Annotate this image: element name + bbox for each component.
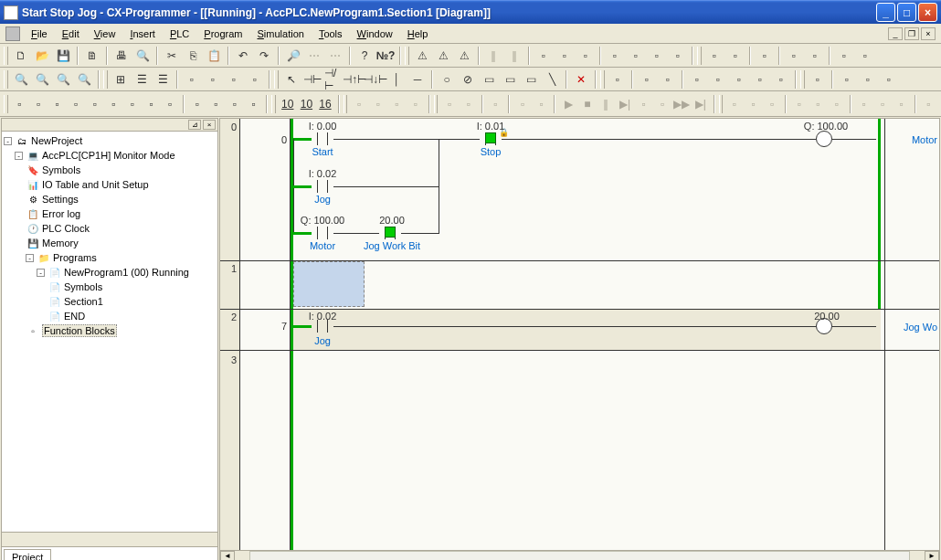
menu-insert[interactable]: Insert (122, 26, 163, 41)
tree-item[interactable]: Error log (42, 208, 80, 219)
tree-toggle[interactable]: - (4, 137, 12, 145)
cut-button[interactable]: ✂ (162, 46, 182, 66)
tree-toggle[interactable]: - (37, 269, 45, 277)
tb3-d[interactable]: ▫ (67, 94, 85, 114)
grid-button[interactable]: ⊞ (111, 69, 131, 90)
tree-toggle[interactable]: - (26, 254, 34, 262)
tree-root[interactable]: NewProject (31, 135, 82, 146)
warning2-button[interactable]: ⚠ (433, 46, 453, 66)
tb3-ae[interactable]: ▫ (855, 94, 873, 114)
zoom-in-button[interactable]: 🔍 (32, 69, 52, 90)
ff-button[interactable]: ▶▶ (672, 94, 691, 114)
compare-button[interactable]: 🗎 (82, 46, 102, 66)
tree-close-button[interactable]: × (203, 120, 216, 130)
menu-plc[interactable]: PLC (163, 26, 196, 41)
pause-button[interactable]: ‖ (597, 94, 616, 114)
menu-file[interactable]: File (24, 26, 55, 41)
tb3-ab[interactable]: ▫ (790, 94, 809, 114)
coil-motor[interactable] (816, 131, 832, 147)
tb1-c[interactable]: ▫ (576, 46, 596, 66)
tb3-o[interactable]: ▫ (369, 94, 387, 114)
tb1-l[interactable]: ▫ (805, 46, 825, 66)
list2-button[interactable]: ☰ (153, 69, 173, 90)
tb2-l[interactable]: ▫ (771, 69, 791, 90)
maximize-button[interactable]: □ (897, 3, 916, 22)
cursor-button[interactable]: ↖ (281, 69, 301, 90)
tb1-n[interactable]: ▫ (855, 46, 875, 66)
menu-edit[interactable]: Edit (55, 26, 87, 41)
tb3-s[interactable]: ▫ (460, 94, 478, 114)
help-button[interactable]: №? (375, 46, 396, 66)
contact-n-button[interactable]: ⊣↓⊢ (365, 69, 386, 90)
delete-button[interactable]: ✕ (571, 69, 591, 90)
zoom-out-button[interactable]: 🔍 (11, 69, 31, 90)
pause2-button[interactable]: ‖ (504, 46, 524, 66)
tb1-b[interactable]: ▫ (555, 46, 575, 66)
radix-10[interactable]: 10 (279, 94, 297, 114)
mdi-close-button[interactable]: × (921, 27, 936, 40)
horz-line-button[interactable]: ─ (407, 69, 428, 90)
tb3-j[interactable]: ▫ (188, 94, 206, 114)
list1-button[interactable]: ☰ (132, 69, 152, 90)
tb1-i[interactable]: ▫ (725, 46, 745, 66)
menu-tools[interactable]: Tools (312, 26, 350, 41)
warning1-button[interactable]: ⚠ (412, 46, 432, 66)
tb3-g[interactable]: ▫ (123, 94, 142, 114)
radix-16[interactable]: 16 (316, 94, 334, 114)
tree-program[interactable]: NewProgram1 (00) Running (64, 267, 189, 278)
tb3-l[interactable]: ▫ (226, 94, 244, 114)
tb3-v[interactable]: ▫ (533, 94, 551, 114)
tb2-b[interactable]: ▫ (203, 69, 223, 90)
tb2-p[interactable]: ▫ (879, 69, 899, 90)
tb3-n[interactable]: ▫ (350, 94, 368, 114)
tb3-y[interactable]: ▫ (725, 94, 744, 114)
tb3-m[interactable]: ▫ (245, 94, 263, 114)
paste-button[interactable]: 📋 (204, 46, 224, 66)
tree-item[interactable]: Programs (53, 252, 97, 263)
tb3-ah[interactable]: ▫ (920, 94, 938, 114)
tb2-e[interactable]: ▫ (608, 69, 628, 90)
tb2-c[interactable]: ▫ (224, 69, 244, 90)
tb3-af[interactable]: ▫ (873, 94, 892, 114)
func3-button[interactable]: ▭ (521, 69, 541, 90)
tb3-z[interactable]: ▫ (745, 94, 763, 114)
tree-function-blocks[interactable]: Function Blocks (42, 324, 117, 337)
play-button[interactable]: ▶ (559, 94, 577, 114)
zoom-fit-button[interactable]: 🔍 (53, 69, 73, 90)
tb2-f[interactable]: ▫ (637, 69, 657, 90)
tb2-k[interactable]: ▫ (750, 69, 770, 90)
tree-item[interactable]: Settings (42, 194, 79, 205)
tree-toggle[interactable]: - (15, 152, 23, 160)
tb2-g[interactable]: ▫ (658, 69, 678, 90)
contact-p-button[interactable]: ⊣↑⊢ (344, 69, 365, 90)
print-button[interactable]: 🖶 (111, 46, 132, 66)
tb2-d[interactable]: ▫ (245, 69, 265, 90)
tb1-m[interactable]: ▫ (834, 46, 854, 66)
tb2-n[interactable]: ▫ (837, 69, 857, 90)
skip-button[interactable]: ▶| (692, 94, 710, 114)
menu-program[interactable]: Program (196, 26, 249, 41)
tb3-aa[interactable]: ▫ (763, 94, 781, 114)
radix-10s[interactable]: 10 (298, 94, 316, 114)
contact-jog[interactable] (312, 180, 333, 193)
tb3-w[interactable]: ▫ (635, 94, 653, 114)
mdi-restore-button[interactable]: ❐ (904, 27, 919, 40)
tb2-h[interactable]: ▫ (687, 69, 707, 90)
tb3-u[interactable]: ▫ (513, 94, 532, 114)
contact-jog2[interactable] (312, 320, 333, 333)
line-button[interactable]: ╲ (542, 69, 562, 90)
tb2-a[interactable]: ▫ (182, 69, 202, 90)
tb3-q[interactable]: ▫ (407, 94, 425, 114)
tb3-r[interactable]: ▫ (440, 94, 459, 114)
tb2-o[interactable]: ▫ (858, 69, 878, 90)
ladder-diagram[interactable]: 0 0 I: 0.00 Start 🔒 I: 0.01 Stop Q: 100.… (219, 118, 940, 560)
undo-button[interactable]: ↶ (233, 46, 253, 66)
tb3-h[interactable]: ▫ (143, 94, 161, 114)
tb1-a[interactable]: ▫ (534, 46, 554, 66)
tb3-f[interactable]: ▫ (105, 94, 123, 114)
tree-plc[interactable]: AccPLC[CP1H] Monitor Mode (42, 150, 175, 161)
warning3-button[interactable]: ⚠ (454, 46, 474, 66)
pause1-button[interactable]: ‖ (483, 46, 503, 66)
tb3-t[interactable]: ▫ (487, 94, 505, 114)
redo-button[interactable]: ↷ (254, 46, 274, 66)
